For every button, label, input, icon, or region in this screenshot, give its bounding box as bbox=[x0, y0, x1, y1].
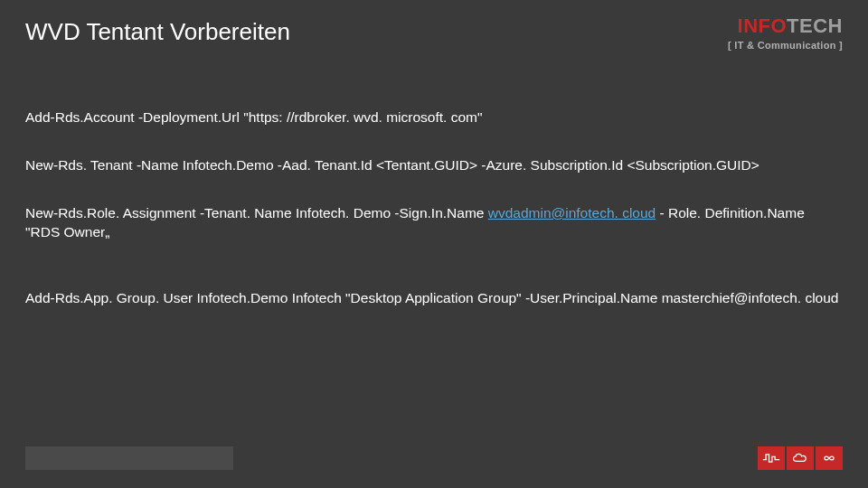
logo-text: INFOTECH bbox=[728, 16, 843, 36]
content-body: Add-Rds.Account -Deployment.Url "https: … bbox=[25, 108, 843, 337]
command-line-2: New-Rds. Tenant -Name Infotech.Demo -Aad… bbox=[25, 156, 843, 175]
slide-title: WVD Tentant Vorbereiten bbox=[25, 18, 290, 46]
infinity-icon bbox=[816, 446, 843, 470]
company-logo: INFOTECH [ IT & Communication ] bbox=[728, 16, 843, 51]
footer-placeholder-bar bbox=[25, 446, 233, 470]
cmd3-pre: New-Rds.Role. Assignment -Tenant. Name I… bbox=[25, 205, 488, 221]
logo-tagline: [ IT & Communication ] bbox=[728, 40, 843, 51]
logo-part-tech: TECH bbox=[787, 14, 843, 37]
pulse-icon bbox=[758, 446, 785, 470]
footer-icon-row bbox=[758, 446, 843, 470]
cmd3-email-link[interactable]: wvdadmin@infotech. cloud bbox=[488, 205, 656, 221]
command-line-4: Add-Rds.App. Group. User Infotech.Demo I… bbox=[25, 289, 843, 308]
logo-part-info: INFO bbox=[738, 14, 788, 37]
command-line-3: New-Rds.Role. Assignment -Tenant. Name I… bbox=[25, 204, 843, 242]
cloud-icon bbox=[787, 446, 814, 470]
command-line-1: Add-Rds.Account -Deployment.Url "https: … bbox=[25, 108, 843, 127]
